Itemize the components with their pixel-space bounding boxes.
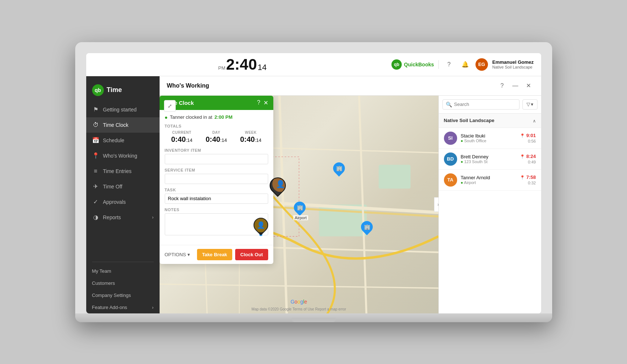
search-section: 🔍 ▽ ▾ <box>439 96 541 114</box>
service-item-input[interactable] <box>165 174 268 184</box>
help-button[interactable]: ? <box>497 81 507 91</box>
qb-sidebar-icon: qb <box>92 84 104 96</box>
time-display: 2:40 <box>226 57 257 72</box>
employee-name-brett: Brett Denney <box>461 154 516 159</box>
employee-avatar-stacie: SI <box>444 132 457 145</box>
totals-section: TOTALS CURRENT 0:40:14 <box>165 124 268 144</box>
user-company: Native Soil Landscape <box>492 65 534 69</box>
clock-out-button[interactable]: Clock Out <box>235 249 268 260</box>
sidebar-item-label: Time Off <box>103 184 123 190</box>
map-expand-button[interactable]: ⤢ <box>164 100 176 112</box>
popup-header-actions: ? ✕ <box>257 99 268 106</box>
flag-icon: ⚑ <box>92 106 99 113</box>
day-total: DAY 0:40:14 <box>199 130 234 144</box>
inventory-item-input[interactable] <box>165 154 268 164</box>
collapse-company-button[interactable]: ∧ <box>533 117 536 124</box>
reports-arrow-icon: › <box>152 215 154 220</box>
sidebar-item-time-clock[interactable]: ⏱ Time Clock <box>86 117 160 133</box>
employee-row-stacie[interactable]: SI Stacie Ibuki ● South Office 📍 <box>439 128 541 149</box>
map-pin-building-1[interactable]: 🏢 <box>332 161 346 176</box>
header-actions: ? — ✕ <box>497 81 534 91</box>
notes-row: NOTES <box>165 207 268 237</box>
employee-name-tanner: Tanner Arnold <box>461 175 516 180</box>
day-label: DAY <box>199 130 234 135</box>
location-pin-icon: 📍 <box>520 133 525 138</box>
sidebar-item-label: Time Entries <box>103 168 132 174</box>
popup-close-button[interactable]: ✕ <box>263 99 268 106</box>
content-area: Who's Working ? — ✕ <box>160 76 541 313</box>
svg-rect-1 <box>379 165 411 188</box>
filter-dropdown-icon: ▾ <box>531 102 533 107</box>
current-label: CURRENT <box>165 130 199 135</box>
person-icon-tanner: 👤 <box>257 221 265 229</box>
task-input[interactable] <box>165 194 268 204</box>
employee-time-stacie: 📍 9:01 0:56 <box>520 133 536 143</box>
map-collapse-button[interactable]: › <box>434 197 438 212</box>
filter-button[interactable]: ▽ ▾ <box>522 99 537 110</box>
sidebar-item-feature-addons[interactable]: Feature Add-ons › <box>86 301 160 313</box>
sidebar-item-customers[interactable]: Customers <box>86 277 160 289</box>
sidebar-item-approvals[interactable]: ✓ Approvals <box>86 194 160 210</box>
map-pin-person-center[interactable]: 👤 <box>271 178 284 193</box>
quickbooks-logo: qb QuickBooks <box>391 59 434 70</box>
popup-header: Time Clock ? ✕ <box>160 96 273 110</box>
sidebar-item-schedule[interactable]: 📅 Schedule <box>86 133 160 148</box>
current-total: CURRENT 0:40:14 <box>165 130 199 144</box>
location-icon: 📍 <box>92 152 99 159</box>
totals-label: TOTALS <box>165 124 268 128</box>
current-value: 0:40:14 <box>165 135 199 144</box>
map-pin-building-2[interactable]: 🏢 <box>293 200 306 215</box>
sidebar-item-reports[interactable]: ◑ Reports › <box>86 210 160 225</box>
employee-row-brett[interactable]: BD Brett Denney ● 123 South St 📍 <box>439 149 541 170</box>
sidebar-item-time-off[interactable]: ✈ Time Off <box>86 179 160 194</box>
map-area[interactable]: ⤢ 🏢 🏢 <box>160 96 438 313</box>
laptop-notch <box>292 318 336 322</box>
employee-row-tanner[interactable]: TA Tanner Arnold ● Airport 📍 7:58 <box>439 170 541 191</box>
week-value: 0:40:14 <box>234 135 268 144</box>
search-icon: 🔍 <box>446 102 452 107</box>
sidebar-item-company-settings[interactable]: Company Settings <box>86 289 160 301</box>
map-pin-building-3[interactable]: 🏢 <box>360 220 373 234</box>
popup-footer: OPTIONS ▾ Take Break Clock Out <box>160 245 273 264</box>
filter-icon: ▽ <box>526 102 530 107</box>
search-input[interactable] <box>454 102 516 107</box>
user-avatar: EG <box>475 58 488 71</box>
service-item-label: SERVICE ITEM <box>165 168 268 172</box>
popup-help-button[interactable]: ? <box>257 99 260 106</box>
sidebar-divider <box>92 262 154 262</box>
notes-input[interactable] <box>165 213 268 235</box>
location-pin-icon-brett: 📍 <box>520 154 525 159</box>
map-pin-tanner[interactable]: 👤 <box>254 220 267 234</box>
search-box: 🔍 <box>442 99 520 110</box>
status-dot-brett: ● <box>461 159 463 164</box>
sidebar-item-time-entries[interactable]: ≡ Time Entries <box>86 163 160 179</box>
week-label: WEEK <box>234 130 268 135</box>
laptop-base <box>75 313 552 322</box>
company-name: Native Soil Landscape <box>444 118 495 123</box>
entries-icon: ≡ <box>92 168 99 175</box>
clock-time-brett: 📍 8:24 <box>520 154 536 159</box>
building-icon-3: 🏢 <box>364 224 370 230</box>
help-button[interactable]: ? <box>443 59 455 70</box>
company-section: Native Soil Landscape ∧ SI Stacie Ibuki <box>439 114 541 191</box>
sidebar-item-getting-started[interactable]: ⚑ Getting started <box>86 102 160 117</box>
duration-stacie: 0:56 <box>528 139 536 143</box>
inventory-item-row: INVENTORY ITEM <box>165 148 268 164</box>
task-row: TASK <box>165 188 268 204</box>
check-icon: ✓ <box>92 198 99 206</box>
week-total: WEEK 0:40:14 <box>234 130 268 144</box>
minimize-button[interactable]: — <box>510 81 521 91</box>
sidebar-item-my-team[interactable]: My Team <box>86 265 160 277</box>
options-button[interactable]: OPTIONS ▾ <box>165 252 190 257</box>
map-attribution: Map data ©2020 Google Terms of Use Repor… <box>252 307 346 311</box>
sidebar-item-whos-working[interactable]: 📍 Who's Working <box>86 148 160 163</box>
sidebar: qb Time ⚑ Getting started ⏱ Time Clock 📅… <box>86 76 160 313</box>
close-button[interactable]: ✕ <box>524 81 534 91</box>
notifications-button[interactable]: 🔔 <box>459 59 471 70</box>
sidebar-nav: ⚑ Getting started ⏱ Time Clock 📅 Schedul… <box>86 102 160 259</box>
employee-name-stacie: Stacie Ibuki <box>461 133 516 139</box>
company-header: Native Soil Landscape ∧ <box>439 114 541 128</box>
take-break-button[interactable]: Take Break <box>197 249 232 260</box>
location-pin-icon-tanner: 📍 <box>520 175 525 180</box>
sidebar-item-label: Who's Working <box>103 153 137 159</box>
